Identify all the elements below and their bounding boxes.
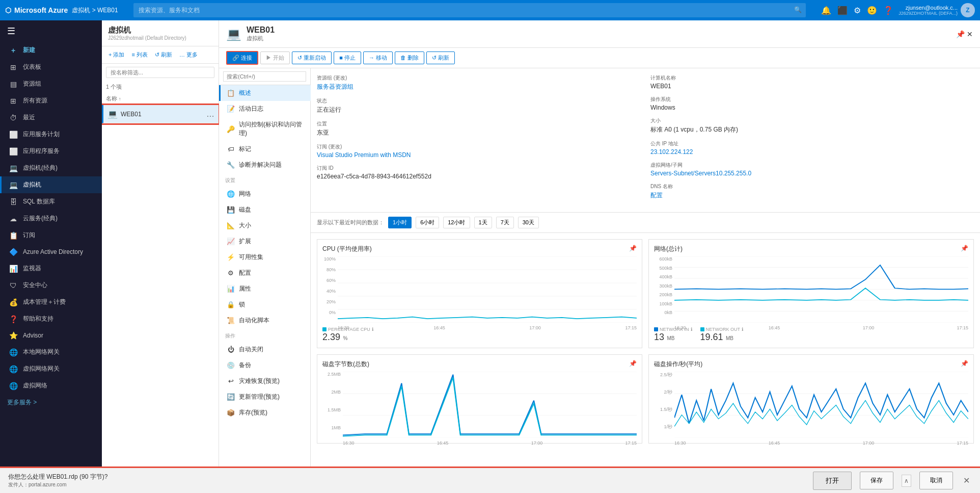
nav-availability[interactable]: ⚡ 可用性集 [219,249,311,265]
detail-pin-icon[interactable]: 📌 [956,30,965,38]
nav-accesscontrol[interactable]: 🔑 访问控制(标识和访问管理) [219,117,311,141]
disk-bytes-pin[interactable]: 📌 [629,360,637,369]
sidebar-label-help: 帮助和支持 [23,315,53,323]
sidebar-item-cloudsvc[interactable]: ☁ 云服务(经典) [0,210,102,227]
sidebar-item-sql[interactable]: 🗄 SQL 数据库 [0,193,102,210]
nav-update-mgmt[interactable]: 🔄 更新管理(预览) [219,389,311,405]
breadcrumb-vm[interactable]: 虚拟机 [72,7,90,14]
add-button[interactable]: + 添加 [106,49,127,60]
nav-config[interactable]: ⚙ 配置 [219,265,311,281]
logo-text: Microsoft Azure [14,6,68,14]
cpu-x-1715: 17:15 [625,325,637,330]
sidebar-item-resourcegroup[interactable]: ▤ 资源组 [0,75,102,92]
download-expand-button[interactable]: ∧ [902,475,911,487]
nav-network[interactable]: 🌐 网络 [219,186,311,202]
nav-search-area[interactable] [219,68,310,85]
tags-icon: 🏷 [227,145,235,153]
notifications-icon[interactable]: 🔔 [821,6,831,15]
network-chart-pin[interactable]: 📌 [961,245,968,253]
info-rg-value[interactable]: 服务器资源组 [317,83,640,91]
sidebar-item-localgateway[interactable]: 🌐 本地网络网关 [0,344,102,360]
restart-button[interactable]: ↺ 重新启动 [292,51,332,64]
nav-size[interactable]: 📐 大小 [219,218,311,233]
nav-automation[interactable]: 📜 自动化脚本 [219,313,311,328]
panel-search[interactable] [102,64,219,81]
sidebar-item-vnet[interactable]: 🌐 虚拟网络 [0,377,102,394]
sidebar-item-allresources[interactable]: ⊞ 所有资源 [0,92,102,109]
settings-icon[interactable]: ⚙ [854,6,861,15]
time-btn-6h[interactable]: 6小时 [416,217,439,228]
more-button[interactable]: … 更多 [177,49,200,60]
sidebar-item-advisor[interactable]: ⭐ Advisor [0,327,102,344]
move-button[interactable]: → 移动 [363,51,393,64]
nav-lock[interactable]: 🔒 锁 [219,297,311,313]
stop-button[interactable]: ■ 停止 [334,51,361,64]
info-ip-value[interactable]: 23.102.224.122 [650,148,974,155]
info-vnet-value[interactable]: Servers-Subnet/Servers10.255.255.0 [650,170,974,177]
download-cancel-button[interactable]: 取消 [919,472,953,489]
sidebar-item-monitor[interactable]: 📊 监视器 [0,260,102,277]
sidebar-item-aad[interactable]: 🔷 Azure Active Directory [0,244,102,260]
cpu-chart-pin[interactable]: 📌 [629,245,637,253]
vm-item-web01[interactable]: 💻 WEB01 … [102,105,219,123]
user-menu[interactable]: zjunsen@outlook.c... J2629ZDHOTMAIL (DEF… [899,3,975,17]
download-open-button[interactable]: 打开 [813,472,852,490]
cpu-y-40: 40% [326,289,336,294]
nav-inventory[interactable]: 📦 库存(预览) [219,405,311,421]
sidebar-item-new[interactable]: + 新建 [0,42,102,59]
disk-ops-pin[interactable]: 📌 [961,360,968,369]
download-save-button[interactable]: 保存 [860,472,893,489]
delete-button[interactable]: 🗑 删除 [395,51,424,64]
nav-activitylog[interactable]: 📝 活动日志 [219,101,311,117]
info-sub-value[interactable]: Visual Studio Premium with MSDN [317,151,640,159]
sidebar-item-vm[interactable]: 💻 虚拟机 [0,176,102,193]
nav-properties[interactable]: 📊 属性 [219,281,311,297]
cloud-shell-icon[interactable]: ⬛ [837,6,848,15]
search-bar[interactable]: 🔍 [133,3,806,17]
connect-button[interactable]: 🔗 连接 [226,51,258,65]
help-icon[interactable]: ❓ [883,6,893,15]
time-btn-1d[interactable]: 1天 [474,217,492,228]
sidebar-toggle[interactable]: ☰ [0,20,102,42]
smiley-icon[interactable]: 🙂 [867,6,877,15]
nav-backup[interactable]: 💿 备份 [219,357,311,373]
sidebar-more[interactable]: 更多服务 > [0,394,102,411]
sidebar-item-dashboard[interactable]: ⊞ 仪表板 [0,59,102,75]
nav-search-input[interactable] [223,71,306,82]
refresh-detail-button[interactable]: ↺ 刷新 [426,51,455,64]
sidebar-item-subscription[interactable]: 📋 订阅 [0,227,102,244]
time-btn-1h[interactable]: 1小时 [388,217,412,228]
panel-search-input[interactable] [106,67,214,78]
time-btn-7d[interactable]: 7天 [496,217,514,228]
sidebar-item-vm-classic[interactable]: 💻 虚拟机(经典) [0,160,102,176]
disk-ops-svg-area: 16:30 16:45 17:00 17:15 [674,372,968,438]
search-input[interactable] [133,3,806,17]
nav-extensions[interactable]: 📈 扩展 [219,233,311,249]
sidebar-item-costmgmt[interactable]: 💰 成本管理＋计费 [0,294,102,310]
detail-close-icon[interactable]: ✕ [967,30,973,38]
info-ip-label: 公共 IP 地址 [650,140,974,147]
nav-overview[interactable]: 📋 概述 [219,85,311,101]
time-btn-12h[interactable]: 12小时 [443,217,470,228]
nav-diagnose[interactable]: 🔧 诊断并解决问题 [219,157,311,173]
sidebar-item-help[interactable]: ❓ 帮助和支持 [0,310,102,327]
nav-autoshutdown[interactable]: ⏻ 自动关闭 [219,342,311,357]
sidebar-item-vnetgateway[interactable]: 🌐 虚拟网络网关 [0,360,102,377]
info-dns-value[interactable]: 配置 [650,191,974,200]
cpu-chart-area: 100% 80% 60% 40% 20% 0% [322,256,637,323]
nav-tags[interactable]: 🏷 标记 [219,141,311,157]
avatar[interactable]: Z [961,3,975,17]
time-btn-30d[interactable]: 30天 [518,217,539,228]
sidebar-item-appservice[interactable]: ⬜ 应用程序服务 [0,143,102,160]
vm-item-more-icon[interactable]: … [206,110,214,119]
download-close-icon[interactable]: ✕ [961,474,972,487]
nav-disk[interactable]: 💾 磁盘 [219,202,311,218]
list-view-button[interactable]: ≡ 列表 [129,49,150,60]
sidebar-item-recent[interactable]: ⏱ 最近 [0,109,102,126]
refresh-button[interactable]: ↺ 刷新 [152,49,175,60]
db-y-2: 2MB [331,390,341,395]
nav-disaster-recovery[interactable]: ↩ 灾难恢复(预览) [219,373,311,389]
sidebar-item-appplan[interactable]: ⬜ 应用服务计划 [0,126,102,143]
sidebar-item-security[interactable]: 🛡 安全中心 [0,277,102,294]
start-button[interactable]: ▶ 开始 [260,51,290,64]
